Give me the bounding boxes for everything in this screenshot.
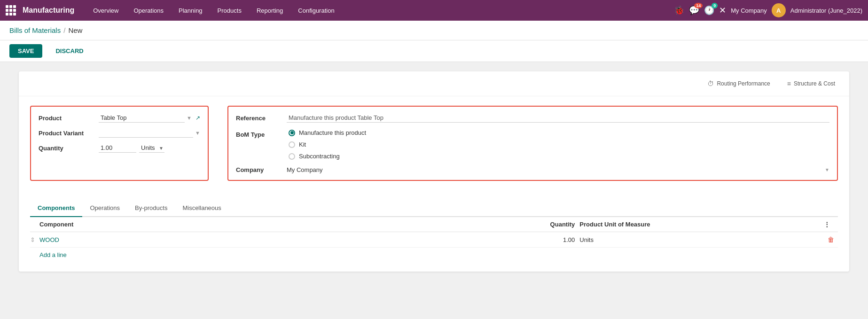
structure-cost-label: Structure & Cost [794, 80, 835, 87]
avatar-initial: A [776, 7, 781, 14]
quantity-input[interactable] [99, 143, 136, 153]
bom-manufacture-label: Manufacture this product [299, 129, 366, 136]
product-dropdown[interactable]: ▼ [187, 115, 192, 121]
tabs-header: Components Operations By-products Miscel… [30, 200, 838, 217]
company-row: Company My Company ▼ [236, 166, 829, 173]
top-navigation: Manufacturing Overview Operations Planni… [0, 0, 868, 21]
bom-type-label: BoM Type [236, 129, 283, 160]
main-content: ⏱ Routing Performance ≡ Structure & Cost… [0, 62, 868, 319]
nav-items: Overview Operations Planning Products Re… [86, 0, 671, 21]
col-component-header: Component [39, 221, 528, 228]
breadcrumb-current: New [68, 26, 82, 34]
structure-cost-button[interactable]: ≡ Structure & Cost [781, 77, 842, 90]
bom-subcontracting-radio[interactable] [289, 153, 295, 160]
card-top-actions: ⏱ Routing Performance ≡ Structure & Cost [19, 71, 849, 96]
nav-overview[interactable]: Overview [86, 0, 125, 21]
nav-right: 🐞 💬 14 🕐 9 ✕ My Company A Administrator … [674, 3, 862, 17]
variant-field-row: Product Variant ▼ [39, 128, 200, 138]
nav-products[interactable]: Products [211, 0, 248, 21]
close-icon[interactable]: ✕ [719, 5, 726, 16]
quantity-field-row: Quantity Units ▼ [39, 143, 200, 153]
user-name[interactable]: Administrator (June_2022) [790, 7, 862, 14]
variant-label: Product Variant [39, 130, 95, 137]
breadcrumb-parent[interactable]: Bills of Materials [9, 26, 61, 34]
company-label: Company [236, 166, 283, 173]
form-section-left: Product ▼ ↗ Product Variant [30, 106, 209, 181]
quantity-cell: 1.00 [528, 236, 575, 243]
table-row: ⇕ WOOD 1.00 Units 🗑 [30, 232, 838, 248]
form-section-right: Reference Manufacture this product Table… [227, 106, 838, 181]
tab-components[interactable]: Components [30, 200, 82, 217]
activity-icon[interactable]: 🕐 9 [704, 5, 714, 16]
units-select[interactable]: Units [139, 143, 164, 153]
bom-manufacture-radio[interactable] [289, 130, 295, 136]
reference-label: Reference [236, 115, 283, 122]
product-label: Product [39, 115, 95, 122]
bom-kit-option[interactable]: Kit [289, 141, 366, 148]
messages-badge: 14 [694, 3, 703, 8]
messages-icon[interactable]: 💬 14 [689, 5, 699, 16]
avatar[interactable]: A [772, 3, 786, 17]
tab-operations[interactable]: Operations [82, 200, 127, 217]
routing-performance-label: Routing Performance [717, 80, 770, 87]
discard-button[interactable]: DISCARD [47, 44, 92, 58]
form-card: ⏱ Routing Performance ≡ Structure & Cost… [19, 71, 849, 272]
company-value: My Company [287, 166, 821, 173]
reference-row: Reference Manufacture this product Table… [236, 113, 829, 123]
bom-subcontracting-label: Subcontracting [299, 153, 340, 160]
nav-reporting[interactable]: Reporting [250, 0, 289, 21]
table-header: Component Quantity Product Unit of Measu… [30, 217, 838, 232]
app-grid-icon[interactable] [6, 5, 16, 16]
routing-performance-button[interactable]: ⏱ Routing Performance [701, 77, 776, 90]
breadcrumb-separator: / [63, 26, 65, 34]
bom-subcontracting-option[interactable]: Subcontracting [289, 153, 366, 160]
company-dropdown-arrow[interactable]: ▼ [825, 167, 829, 172]
units-dropdown[interactable]: Units ▼ [139, 143, 164, 153]
form-body: Product ▼ ↗ Product Variant [19, 96, 849, 190]
col-actions-header: ⋮ [824, 221, 838, 228]
debug-icon[interactable]: 🐞 [674, 5, 684, 16]
external-link-icon[interactable]: ↗ [195, 115, 200, 121]
bom-type-options: Manufacture this product Kit Subcontract… [289, 129, 366, 160]
nav-configuration[interactable]: Configuration [291, 0, 341, 21]
breadcrumb: Bills of Materials / New [0, 21, 868, 40]
col-qty-header: Quantity [528, 221, 575, 228]
list-icon: ≡ [787, 80, 791, 87]
bom-kit-label: Kit [299, 141, 306, 148]
variant-input[interactable] [99, 128, 193, 138]
bom-type-section: BoM Type Manufacture this product Kit [236, 129, 829, 160]
tabs-section: Components Operations By-products Miscel… [19, 200, 849, 217]
product-field-row: Product ▼ ↗ [39, 113, 200, 123]
activity-badge: 9 [712, 3, 718, 8]
table-section: Component Quantity Product Unit of Measu… [19, 217, 849, 272]
nav-planning[interactable]: Planning [172, 0, 209, 21]
tab-miscellaneous[interactable]: Miscellaneous [175, 200, 228, 217]
nav-operations[interactable]: Operations [127, 0, 170, 21]
product-input[interactable] [99, 113, 185, 123]
component-cell[interactable]: WOOD [39, 236, 528, 243]
bom-manufacture-option[interactable]: Manufacture this product [289, 129, 366, 136]
add-line-button[interactable]: Add a line [30, 248, 838, 262]
col-uom-header: Product Unit of Measure [575, 221, 824, 228]
bom-kit-radio[interactable] [289, 141, 295, 148]
reference-value: Manufacture this product Table Top [287, 113, 829, 123]
clock-icon: ⏱ [707, 80, 714, 87]
drag-handle[interactable]: ⇕ [30, 236, 39, 243]
quantity-label: Quantity [39, 145, 95, 152]
app-name: Manufacturing [23, 6, 74, 15]
form-row: Product ▼ ↗ Product Variant [30, 106, 838, 181]
save-button[interactable]: SAVE [9, 44, 42, 58]
company-name[interactable]: My Company [731, 7, 767, 14]
action-bar: SAVE DISCARD [0, 40, 868, 62]
quantity-input-group: Units ▼ [99, 143, 164, 153]
uom-cell: Units [575, 236, 824, 243]
delete-row-button[interactable]: 🗑 [824, 236, 838, 243]
tab-by-products[interactable]: By-products [127, 200, 175, 217]
